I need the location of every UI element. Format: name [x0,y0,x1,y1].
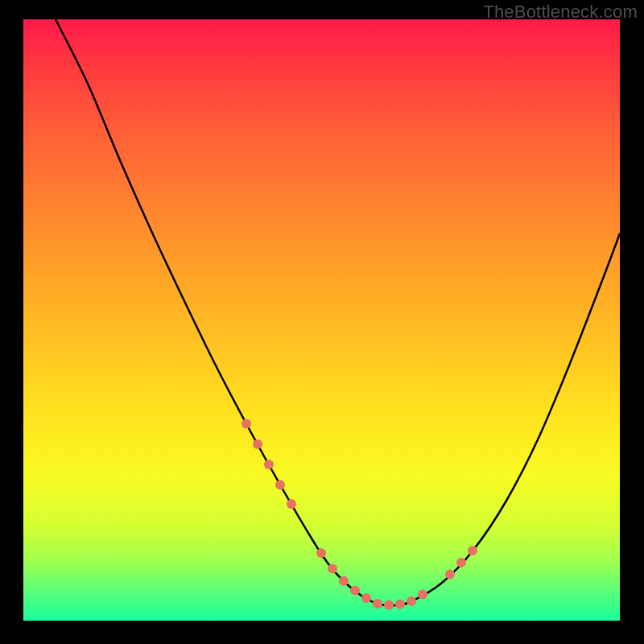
curve-dot [361,593,371,603]
bottleneck-curve [23,19,620,621]
curve-dot [468,546,477,555]
curve-dot [456,558,466,568]
curve-dot [418,589,427,599]
curve-dot [287,499,296,509]
curve-path [56,19,620,605]
curve-dot [253,440,262,449]
curve-dot [339,576,349,586]
watermark-text: TheBottleneck.com [483,2,638,23]
curve-dot [373,599,382,609]
curve-dot [264,460,274,469]
curve-dots [242,419,477,609]
curve-dot [395,599,405,609]
curve-dot [407,597,416,606]
curve-dot [316,548,326,558]
curve-dot [242,419,251,428]
curve-dot [445,570,455,580]
curve-dot [275,480,285,489]
curve-dot [328,564,337,573]
curve-dot [350,586,360,596]
gradient-plot-area [23,19,620,621]
curve-dot [384,600,394,609]
